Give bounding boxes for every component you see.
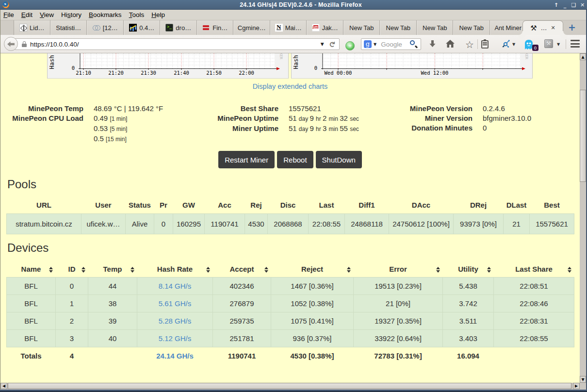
google-engine-icon[interactable]: g [364, 40, 372, 48]
menu-file[interactable]: File [3, 10, 21, 19]
stats-group1: MinePeon Temp48.69 °C | 119.642 °FMinePe… [0, 104, 163, 144]
search-engine-dropdown-icon[interactable]: ▼ [374, 42, 376, 47]
table-header-row: NameIDTempHash RateAcceptRejectErrorUtil… [7, 262, 574, 278]
menu-history[interactable]: History [61, 10, 89, 19]
column-header-error[interactable]: Error [354, 262, 443, 278]
sort-icon[interactable] [436, 267, 440, 273]
reboot-button[interactable]: Reboot [277, 151, 313, 168]
menu-edit[interactable]: Edit [21, 10, 40, 19]
home-icon[interactable] [445, 39, 455, 48]
tab-11[interactable]: New Tab [380, 20, 417, 35]
addon-gray-dropdown-icon[interactable]: ▼ [557, 42, 560, 47]
search-bar[interactable]: g ▼ Google [361, 38, 421, 50]
stat-value-segment: 0.2.4.6 [483, 104, 505, 113]
menu-hamburger-icon[interactable] [571, 40, 580, 48]
rollup-button[interactable]: ↑ [553, 2, 559, 8]
hash-rate-link[interactable]: 5.28 GH/s [159, 317, 192, 325]
sort-icon[interactable] [49, 267, 53, 273]
ghostery-icon[interactable]: 0 [524, 39, 538, 50]
stat-label: MinePeon Uptime [185, 114, 278, 124]
restart-miner-button[interactable]: Restart Miner [218, 151, 275, 168]
table-cell: 8.14 GH/s [137, 278, 213, 295]
scroll-up-button[interactable]: ▲ [580, 53, 586, 60]
column-header-utility[interactable]: Utility [443, 262, 494, 278]
tab-2[interactable]: Statisti… [50, 20, 87, 35]
hash-rate-link[interactable]: 8.14 GH/s [159, 282, 192, 290]
addon-blue-dropdown-icon[interactable]: ▼ [512, 42, 515, 47]
display-extended-charts-link[interactable]: Display extended charts [253, 82, 328, 90]
tab-label: New Tab [386, 24, 410, 32]
scroll-left-button[interactable]: ◀ [0, 383, 7, 389]
search-input[interactable]: Google [381, 41, 410, 48]
scroll-right-button[interactable]: ▶ [573, 383, 580, 389]
stat-value: 0.53 [5 min] [94, 124, 127, 134]
tab-6[interactable]: Fin… [197, 20, 234, 35]
search-icon[interactable] [410, 40, 418, 48]
stats-group2: Best Share15575621MinePeon Uptime51 day … [185, 104, 359, 134]
stat-value-segment: hr [316, 115, 323, 122]
sort-icon[interactable] [130, 267, 135, 273]
column-header-id[interactable]: ID [56, 262, 88, 278]
clipboard-icon[interactable] [481, 40, 489, 49]
tab-5[interactable]: dro… [160, 20, 197, 35]
hash-rate-link[interactable]: 5.12 GH/s [159, 334, 192, 343]
reload-icon[interactable]: ↻ [327, 41, 337, 47]
back-button[interactable] [4, 37, 18, 51]
tab-3[interactable]: [12… [87, 20, 124, 35]
shutdown-button[interactable]: ShutDown [316, 151, 362, 168]
vertical-scrollbar[interactable]: ▲ ▼ [580, 53, 586, 383]
tab-12[interactable]: New Tab [417, 20, 454, 35]
column-header-last-share[interactable]: Last Share [494, 262, 574, 278]
sort-icon[interactable] [487, 267, 491, 273]
sort-icon[interactable] [568, 267, 572, 273]
hash-rate-link[interactable]: 5.61 GH/s [159, 299, 192, 308]
menu-view[interactable]: View [40, 10, 61, 19]
tab-9[interactable]: Jak… [307, 20, 343, 35]
horizontal-scrollbar[interactable]: ◀ ▶ [0, 383, 580, 390]
menu-bookmarks[interactable]: Bookmarks [89, 10, 129, 19]
tab-4[interactable]: 0.4… [124, 20, 161, 35]
addon-green-icon[interactable] [345, 41, 355, 50]
stat-value-segment: 9 [310, 114, 316, 122]
rings-favicon-icon [93, 24, 100, 32]
column-header-accept[interactable]: Accept [213, 262, 271, 278]
column-header-temp[interactable]: Temp [88, 262, 137, 278]
url-bar[interactable]: https://10.0.0.40/ ▼ ↻ [15, 38, 340, 50]
stat-row: MinePeon Version0.2.4.6 [379, 104, 531, 114]
sort-icon[interactable] [264, 267, 269, 273]
sort-icon[interactable] [347, 267, 351, 273]
totals-cell: 16.094 [443, 347, 494, 365]
tab-8[interactable]: Mai… [270, 20, 307, 35]
tab-1[interactable]: Lid… [14, 20, 50, 35]
horizontal-scroll-thumb[interactable] [8, 383, 571, 389]
downloads-icon[interactable] [429, 39, 436, 48]
new-tab-button[interactable]: + [567, 23, 577, 33]
column-header-reject[interactable]: Reject [271, 262, 354, 278]
sort-icon[interactable] [82, 267, 86, 273]
tab-10[interactable]: New Tab [343, 20, 380, 35]
tab-7[interactable]: Cgmine… [233, 20, 270, 35]
maximize-button[interactable]: ❑ [571, 2, 577, 8]
menu-help[interactable]: Help [151, 10, 172, 19]
vertical-scroll-thumb[interactable] [580, 90, 586, 182]
close-button[interactable]: ✕ [579, 2, 586, 8]
column-header-name[interactable]: Name [7, 262, 56, 278]
lens-favicon-icon [19, 24, 27, 32]
minimize-button[interactable]: _ [562, 2, 568, 8]
url-dropdown-icon[interactable]: ▼ [321, 42, 324, 47]
menu-tools[interactable]: Tools [129, 10, 152, 19]
tab-close-icon[interactable]: ✕ [551, 25, 555, 31]
hamburger-bar [571, 46, 580, 48]
bookmark-star-icon[interactable]: ☆ [465, 39, 474, 50]
tab-13[interactable]: New Tab [453, 20, 490, 35]
url-text[interactable]: https://10.0.0.40/ [30, 41, 321, 48]
tab-active-minepeon[interactable]: ⚒ … ✕ [522, 20, 563, 35]
sort-icon[interactable] [206, 267, 211, 273]
scroll-down-button[interactable]: ▼ [580, 376, 586, 383]
addon-blue-icon[interactable] [502, 39, 510, 48]
addon-gray-icon[interactable] [544, 39, 553, 48]
extended-charts-row: Display extended charts [0, 82, 580, 90]
table-cell: 24868118 [345, 214, 389, 234]
svg-text:RRDTOOL / TOBI OETIKER: RRDTOOL / TOBI OETIKER [524, 53, 529, 59]
column-header-hash-rate[interactable]: Hash Rate [137, 262, 213, 278]
